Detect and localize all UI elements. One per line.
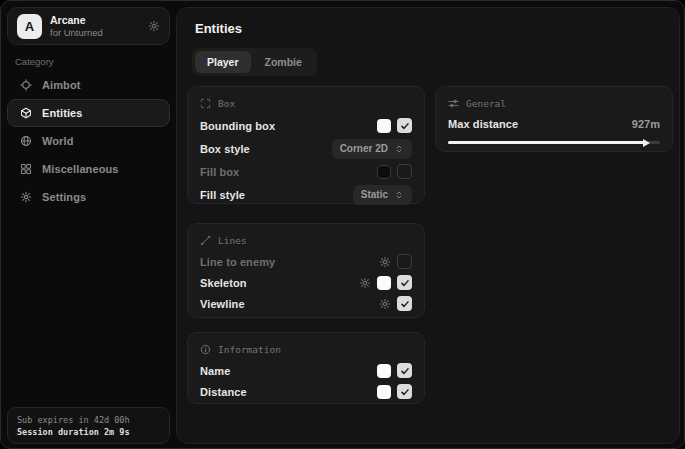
sidebar-item-label: Aimbot: [42, 79, 80, 91]
app-logo: A: [17, 14, 42, 39]
sidebar-item-entities[interactable]: Entities: [7, 99, 170, 127]
session-duration-text: Session duration 2m 9s: [17, 427, 160, 437]
row-line-to-enemy: Line to enemy: [200, 251, 412, 272]
sub-expiry-text: Sub expires in 42d 00h: [17, 415, 160, 425]
gear-icon: [19, 191, 32, 203]
row-label: Viewline: [200, 298, 245, 310]
app-window: A Arcane for Unturned Category Aimbot En…: [0, 0, 685, 449]
brand-text: Arcane for Unturned: [50, 14, 103, 39]
brand-card: A Arcane for Unturned: [7, 7, 170, 45]
tab-zombie[interactable]: Zombie: [253, 51, 314, 73]
chevron-updown-icon: [394, 144, 404, 154]
main-panel: Entities Player Zombie Box Bounding box …: [176, 7, 680, 444]
max-distance-slider[interactable]: [448, 141, 660, 144]
color-swatch-fill-box[interactable]: [377, 165, 391, 179]
row-label: Max distance: [448, 118, 518, 130]
sidebar-item-label: Settings: [42, 191, 86, 203]
checkbox-viewline[interactable]: [397, 296, 412, 311]
section-title: General: [466, 98, 506, 109]
globe-icon: [19, 135, 32, 147]
info-circle-icon: [200, 344, 211, 355]
settings-gear-icon[interactable]: [379, 298, 391, 310]
row-label: Fill box: [200, 166, 239, 178]
checkbox-fill-box[interactable]: [397, 164, 412, 179]
general-section-header: General: [448, 96, 660, 110]
information-section-header: Information: [200, 342, 412, 356]
color-swatch-bounding-box[interactable]: [377, 119, 391, 133]
row-label: Fill style: [200, 189, 245, 201]
row-label: Skeleton: [200, 277, 247, 289]
section-title: Information: [218, 344, 281, 355]
dropdown-value: Static: [361, 189, 388, 200]
sliders-icon: [448, 98, 459, 109]
color-swatch-skeleton[interactable]: [377, 276, 391, 290]
dropdown-value: Corner 2D: [340, 143, 388, 154]
checkbox-name[interactable]: [397, 363, 412, 378]
app-subtitle: for Unturned: [50, 27, 103, 38]
fill-style-dropdown[interactable]: Static: [353, 185, 412, 205]
general-section-card: General Max distance 927m: [435, 86, 673, 152]
sidebar-nav: Aimbot Entities World Miscellaneous Sett…: [7, 71, 170, 211]
section-title: Box: [218, 98, 235, 109]
row-max-distance: Max distance 927m: [448, 114, 660, 134]
row-fill-box: Fill box: [200, 160, 412, 183]
row-fill-style: Fill style Static: [200, 183, 412, 206]
checkbox-bounding-box[interactable]: [397, 118, 412, 133]
slider-fill: [448, 141, 645, 144]
row-box-style: Box style Corner 2D: [200, 137, 412, 160]
row-label: Bounding box: [200, 120, 275, 132]
box-style-dropdown[interactable]: Corner 2D: [332, 139, 412, 159]
settings-gear-icon[interactable]: [359, 277, 371, 289]
section-title: Lines: [218, 235, 247, 246]
max-distance-value: 927m: [632, 118, 660, 130]
row-bounding-box: Bounding box: [200, 114, 412, 137]
sidebar-item-label: Entities: [42, 107, 83, 119]
entities-icon: [19, 107, 32, 119]
sidebar: A Arcane for Unturned Category Aimbot En…: [1, 1, 176, 448]
app-title: Arcane: [50, 14, 103, 27]
tab-player[interactable]: Player: [195, 51, 251, 73]
sidebar-item-world[interactable]: World: [7, 127, 170, 155]
checkbox-skeleton[interactable]: [397, 275, 412, 290]
grid-icon: [19, 163, 32, 175]
lines-section-card: Lines Line to enemy Skeleton Viewline: [187, 223, 425, 318]
crosshair-icon: [19, 79, 32, 91]
row-label: Name: [200, 365, 230, 377]
row-label: Box style: [200, 143, 250, 155]
subscription-status-card: Sub expires in 42d 00h Session duration …: [7, 407, 170, 444]
page-title: Entities: [195, 21, 242, 36]
gear-icon[interactable]: [148, 20, 160, 32]
category-label: Category: [15, 56, 54, 67]
information-section-card: Information Name Distance: [187, 332, 425, 404]
color-swatch-name[interactable]: [377, 364, 391, 378]
entity-tabs: Player Zombie: [192, 48, 317, 76]
row-distance: Distance: [200, 381, 412, 402]
color-swatch-distance[interactable]: [377, 385, 391, 399]
row-label: Distance: [200, 386, 247, 398]
settings-gear-icon[interactable]: [379, 256, 391, 268]
row-skeleton: Skeleton: [200, 272, 412, 293]
sidebar-item-aimbot[interactable]: Aimbot: [7, 71, 170, 99]
row-label: Line to enemy: [200, 256, 275, 268]
checkbox-distance[interactable]: [397, 384, 412, 399]
sidebar-item-settings[interactable]: Settings: [7, 183, 170, 211]
box-section-header: Box: [200, 96, 412, 110]
scan-corners-icon: [200, 98, 211, 109]
diagonal-line-icon: [200, 235, 211, 246]
row-viewline: Viewline: [200, 293, 412, 314]
sidebar-item-label: World: [42, 135, 73, 147]
row-name: Name: [200, 360, 412, 381]
sidebar-item-miscellaneous[interactable]: Miscellaneous: [7, 155, 170, 183]
box-section-card: Box Bounding box Box style Corner 2D: [187, 86, 425, 204]
slider-thumb[interactable]: [643, 139, 650, 147]
chevron-updown-icon: [394, 190, 404, 200]
sidebar-item-label: Miscellaneous: [42, 163, 119, 175]
checkbox-line-to-enemy[interactable]: [397, 254, 412, 269]
lines-section-header: Lines: [200, 233, 412, 247]
